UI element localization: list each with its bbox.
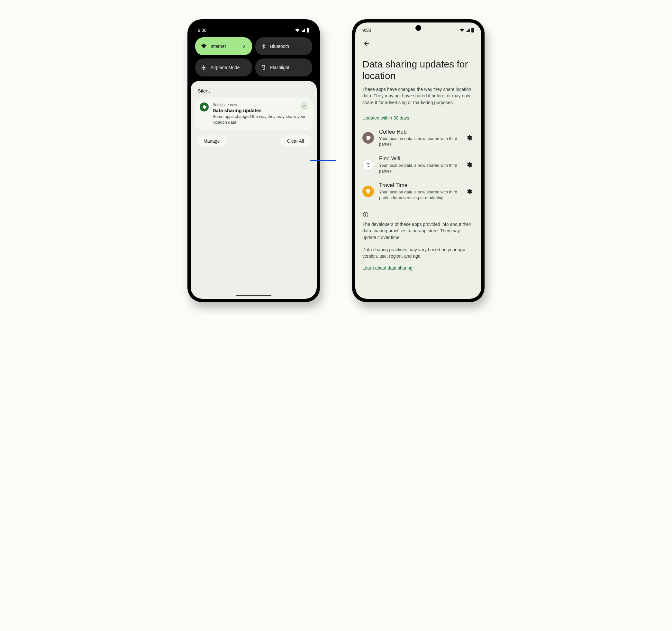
airplane-icon xyxy=(201,65,207,70)
app-name: Travel Time xyxy=(379,182,459,188)
gear-icon xyxy=(466,135,472,141)
app-settings-button[interactable] xyxy=(464,133,474,143)
qs-internet-tile[interactable]: Internet xyxy=(195,37,252,55)
coffee-app-icon xyxy=(362,132,374,144)
bluetooth-icon xyxy=(261,44,266,49)
qs-airplane-tile[interactable]: Airplane Mode xyxy=(195,58,252,76)
clear-all-button[interactable]: Clear All xyxy=(280,135,311,147)
qs-internet-label: Internet xyxy=(211,44,226,49)
info-paragraph-2: Data sharing practices may vary based on… xyxy=(362,247,474,260)
app-text: Coffee HubYour location data is now shar… xyxy=(379,129,459,147)
status-time: 9:30 xyxy=(362,28,371,33)
status-icons xyxy=(459,28,474,33)
info-block: The developers of these apps provided in… xyxy=(362,211,474,270)
gear-icon xyxy=(201,104,207,109)
section-label: Updated within 30 days xyxy=(362,115,474,121)
app-name: Find Wifi xyxy=(379,155,459,162)
page-description: These apps have changed the way they sha… xyxy=(362,86,474,106)
notification-title: Data sharing updates xyxy=(213,108,308,113)
status-bar: 9:30 xyxy=(191,23,317,35)
app-bar xyxy=(355,35,481,49)
manage-button[interactable]: Manage xyxy=(196,135,227,147)
page-title: Data sharing updates for location xyxy=(362,58,474,82)
learn-link[interactable]: Learn about data sharing xyxy=(362,266,474,271)
chevron-right-icon xyxy=(242,44,246,49)
gear-icon xyxy=(466,188,472,195)
notification-time: now xyxy=(230,102,237,107)
svg-rect-6 xyxy=(365,214,366,216)
wifi-icon xyxy=(295,28,300,32)
app-row[interactable]: Find WifiYour location data is now share… xyxy=(362,155,474,174)
svg-rect-4 xyxy=(472,28,473,28)
shade-actions: Manage Clear All xyxy=(194,130,313,147)
svg-rect-1 xyxy=(307,28,308,28)
svg-rect-3 xyxy=(471,28,474,33)
chevron-up-icon xyxy=(302,104,306,108)
silent-section-label: Silent xyxy=(194,87,313,97)
flashlight-icon xyxy=(261,65,266,70)
svg-rect-0 xyxy=(307,28,309,33)
qs-airplane-label: Airplane Mode xyxy=(211,65,240,70)
gear-icon xyxy=(466,161,472,168)
app-subtitle: Your location data is now shared with th… xyxy=(379,162,459,174)
wifi-icon xyxy=(459,28,464,32)
status-icons xyxy=(295,28,310,33)
signal-icon xyxy=(301,28,306,32)
navigation-handle[interactable] xyxy=(236,295,271,296)
front-camera xyxy=(415,25,421,31)
app-text: Travel TimeYour location data is now sha… xyxy=(379,182,459,200)
wifi-icon xyxy=(201,43,207,49)
app-settings-button[interactable] xyxy=(464,186,474,197)
qs-flashlight-label: Flashlight xyxy=(270,65,289,70)
page-content: Data sharing updates for location These … xyxy=(355,49,481,291)
phone-left-screen: 9:30 Internet Bluetooth xyxy=(191,23,317,299)
notification-shade: Silent Settings • now Data sharing updat… xyxy=(191,81,317,299)
battery-icon xyxy=(471,28,474,33)
arrow-back-icon xyxy=(363,40,370,47)
notification-card[interactable]: Settings • now Data sharing updates Some… xyxy=(194,97,313,130)
qs-flashlight-tile[interactable]: Flashlight xyxy=(255,58,312,76)
signal-icon xyxy=(465,28,471,32)
status-time: 9:30 xyxy=(198,28,207,33)
phone-left: 9:30 Internet Bluetooth xyxy=(188,19,320,302)
app-settings-button[interactable] xyxy=(464,160,474,170)
notification-body: Settings • now Data sharing updates Some… xyxy=(213,102,308,125)
back-button[interactable] xyxy=(361,38,373,49)
battery-icon xyxy=(306,28,310,33)
notification-collapse-button[interactable] xyxy=(300,102,308,110)
app-row[interactable]: Travel TimeYour location data is now sha… xyxy=(362,182,474,200)
phone-right-screen: 9:30 Data sharing updates for location T… xyxy=(355,23,481,299)
wifi-app-icon xyxy=(362,159,374,171)
app-text: Find WifiYour location data is now share… xyxy=(379,155,459,174)
notification-meta: Settings • now xyxy=(213,102,308,107)
qs-bluetooth-tile[interactable]: Bluetooth xyxy=(255,37,312,55)
settings-app-icon xyxy=(200,102,209,111)
transition-arrow xyxy=(323,157,349,164)
app-name: Coffee Hub xyxy=(379,129,459,135)
quick-settings: Internet Bluetooth Airplane Mode Flashli… xyxy=(191,35,317,81)
app-subtitle: Your location data is now shared with th… xyxy=(379,136,459,147)
info-paragraph-1: The developers of these apps provided in… xyxy=(362,221,474,241)
notification-app-name: Settings xyxy=(213,102,226,107)
info-icon xyxy=(362,211,474,218)
app-row[interactable]: Coffee HubYour location data is now shar… xyxy=(362,129,474,147)
qs-bluetooth-label: Bluetooth xyxy=(270,44,289,49)
tag-app-icon xyxy=(362,186,374,197)
phone-right: 9:30 Data sharing updates for location T… xyxy=(352,19,484,302)
notification-text: Some apps changed the way they may share… xyxy=(213,114,308,125)
svg-rect-7 xyxy=(365,213,366,213)
app-subtitle: Your location data is now shared with th… xyxy=(379,189,459,200)
